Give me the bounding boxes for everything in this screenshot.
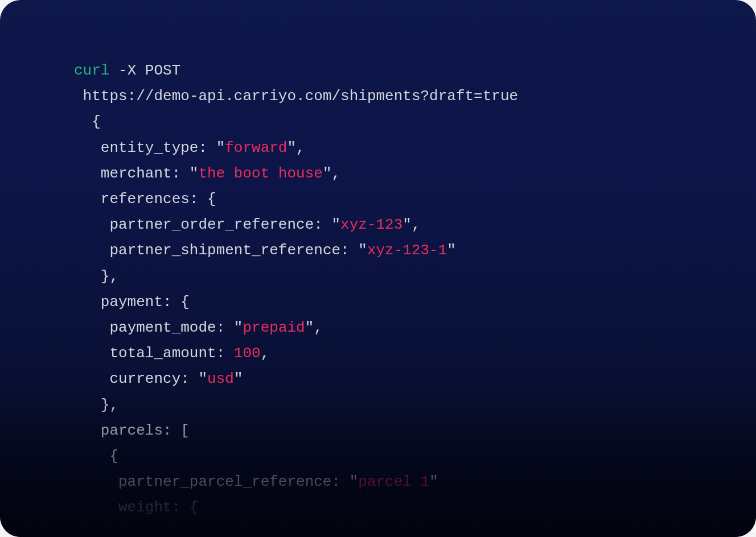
- references-key: references: {: [101, 191, 216, 208]
- partner-parcel-key: partner_parcel_reference: ": [118, 473, 358, 490]
- total-amount-value: 100: [234, 345, 261, 362]
- parcels-key: parcels: [: [101, 422, 190, 439]
- merchant-key: merchant: ": [101, 165, 199, 182]
- partner-order-key: partner_order_reference: ": [109, 216, 340, 233]
- currency-value: usd: [207, 370, 234, 387]
- partner-parcel-value: parcel 1: [358, 473, 429, 490]
- weight-key: weight: {: [118, 499, 198, 516]
- currency-key: currency: ": [109, 370, 207, 387]
- partner-order-value: xyz-123: [340, 216, 402, 233]
- request-url: https://demo-api.carriyo.com/shipments?d…: [83, 88, 519, 105]
- payment-mode-value: prepaid: [243, 319, 305, 336]
- payment-close: },: [101, 396, 118, 414]
- method-flag: -X POST: [109, 62, 180, 79]
- code-block: curl -X POST https://demo-api.carriyo.co…: [74, 58, 733, 521]
- body-open-brace: {: [92, 113, 101, 130]
- entity-type-value: forward: [225, 139, 287, 156]
- curl-command: curl: [74, 62, 109, 79]
- code-window: curl -X POST https://demo-api.carriyo.co…: [0, 0, 756, 537]
- payment-key: payment: {: [101, 294, 190, 311]
- partner-shipment-value: xyz-123-1: [367, 242, 447, 259]
- partner-shipment-key: partner_shipment_reference: ": [109, 242, 367, 259]
- parcel-open-brace: {: [109, 448, 118, 465]
- merchant-value: the boot house: [198, 165, 322, 182]
- total-amount-key: total_amount:: [109, 345, 233, 362]
- entity-type-key: entity_type: ": [101, 139, 225, 156]
- references-close: },: [101, 268, 118, 285]
- payment-mode-key: payment_mode: ": [109, 319, 243, 336]
